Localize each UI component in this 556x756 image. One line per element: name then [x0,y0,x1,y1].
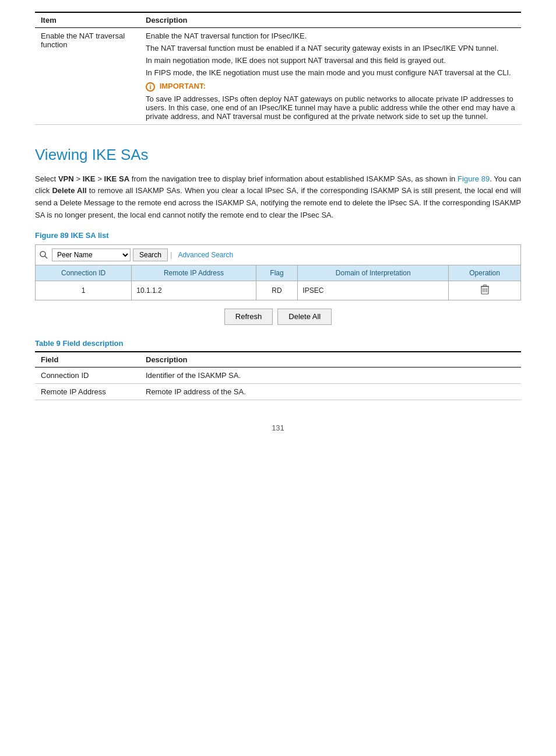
col-flag: Flag [256,265,298,281]
nat-traversal-item-label: Enable the NAT traversal function [35,28,140,125]
cell-doi: IPSEC [298,281,449,300]
col-description: Description [140,12,521,28]
desc-2: The NAT traversal function must be enabl… [146,44,515,52]
field-desc-remote-ip: Remote IP address of the SA. [140,383,521,400]
search-button[interactable]: Search [133,249,168,261]
col-doi: Domain of Interpretation [298,265,449,281]
delete-all-button[interactable]: Delete All [277,309,332,325]
advanced-search-link[interactable]: Advanced Search [178,251,233,259]
important-block: i IMPORTANT: To save IP addresses, ISPs … [146,82,515,121]
field-col-field: Field [35,352,140,368]
cell-flag: RD [256,281,298,300]
nat-traversal-descriptions: Enable the NAT traversal function for IP… [140,28,521,125]
col-operation: Operation [449,265,521,281]
ike-table-header-row: Connection ID Remote IP Address Flag Dom… [36,265,521,281]
field-desc-connection-id: Identifier of the ISAKMP SA. [140,367,521,383]
cell-remote-ip: 10.1.1.2 [132,281,256,300]
field-row-remote-ip: Remote IP Address Remote IP address of t… [35,383,521,400]
table-9-label: Table 9 Field description [35,339,521,348]
search-bar: Peer Name Connection ID Remote IP Addres… [35,244,521,265]
figure-label: Figure 89 IKE SA list [35,231,521,240]
search-dropdown[interactable]: Peer Name Connection ID Remote IP Addres… [52,249,131,261]
figure-link[interactable]: Figure 89 [458,174,490,183]
section-heading: Viewing IKE SAs [35,146,521,164]
nat-traversal-table: Item Description Enable the NAT traversa… [35,12,521,125]
svg-rect-7 [483,285,487,286]
field-name-connection-id: Connection ID [35,367,140,383]
ike-sa-table: Connection ID Remote IP Address Flag Dom… [35,265,521,300]
field-col-description: Description [140,352,521,368]
svg-line-1 [45,256,47,258]
col-item: Item [35,12,140,28]
delete-row-icon[interactable] [480,284,490,296]
desc-1: Enable the NAT traversal function for IP… [146,32,515,40]
search-icon [38,249,50,261]
desc-3: In main negotiation mode, IKE does not s… [146,56,515,65]
page-number: 131 [35,424,521,432]
cell-connection-id: 1 [36,281,132,300]
table-row: 1 10.1.1.2 RD IPSEC [36,281,521,300]
col-connection-id: Connection ID [36,265,132,281]
section-body: Select VPN > IKE > IKE SA from the navig… [35,173,521,222]
field-name-remote-ip: Remote IP Address [35,383,140,400]
cell-operation[interactable] [449,281,521,300]
field-row-connection-id: Connection ID Identifier of the ISAKMP S… [35,367,521,383]
svg-point-0 [40,251,45,257]
desc-4: In FIPS mode, the IKE negotiation must u… [146,68,515,77]
col-remote-ip: Remote IP Address [132,265,256,281]
important-text: To save IP addresses, ISPs often deploy … [146,94,515,121]
refresh-button[interactable]: Refresh [224,309,273,325]
important-label: IMPORTANT: [160,82,206,90]
action-buttons: Refresh Delete All [35,309,521,325]
important-icon: i [146,82,155,92]
field-description-table: Field Description Connection ID Identifi… [35,351,521,400]
